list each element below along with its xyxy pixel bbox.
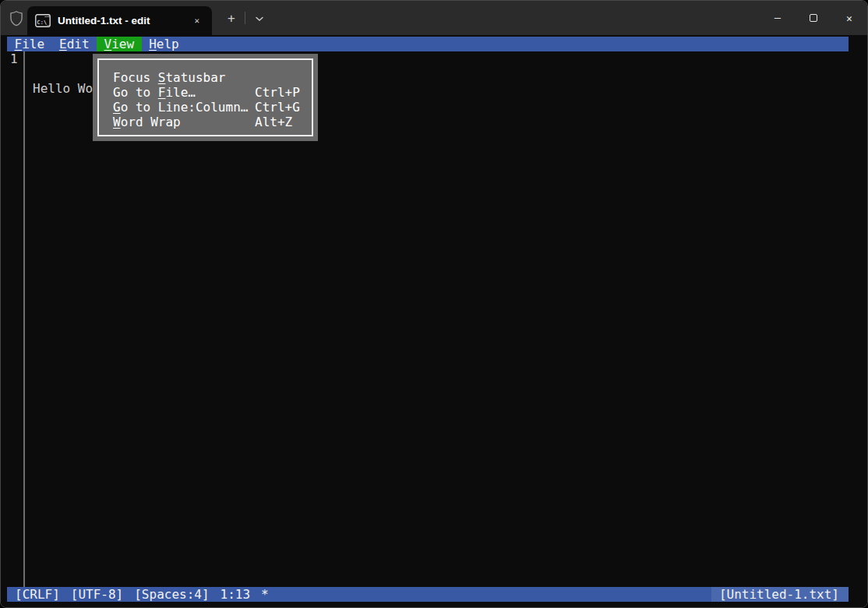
terminal-window: C:\_ Untitled-1.txt - edit ✕ + ─ ✕ File …	[0, 0, 868, 608]
maximize-icon	[810, 14, 817, 22]
close-button[interactable]: ✕	[831, 1, 867, 35]
minimize-button[interactable]: ─	[760, 1, 796, 35]
close-icon: ✕	[846, 12, 852, 24]
admin-shield-icon	[9, 9, 24, 27]
menuitem-focus-statusbar[interactable]: Focus Statusbar	[99, 70, 312, 85]
status-filename[interactable]: [Untitled-1.txt]	[711, 587, 849, 602]
menuitem-shortcut: Ctrl+P	[255, 85, 298, 100]
status-modified-indicator: *	[261, 587, 269, 602]
menuitem-go-to-file[interactable]: Go to File… Ctrl+P	[99, 85, 312, 100]
status-indentation[interactable]: [Spaces:4]	[134, 587, 209, 602]
menuitem-shortcut	[255, 70, 298, 85]
tab-dropdown-button[interactable]	[249, 11, 270, 26]
status-encoding[interactable]: [UTF-8]	[71, 587, 123, 602]
menuitem-shortcut: Alt+Z	[255, 115, 298, 129]
menu-help[interactable]: Help	[142, 37, 187, 51]
terminal-content: File Edit View Help 1 Hello Wo Focus Sta…	[1, 35, 867, 607]
menu-file[interactable]: File	[7, 37, 52, 51]
tab-close-icon[interactable]: ✕	[189, 13, 204, 28]
minimize-icon: ─	[774, 12, 781, 24]
maximize-button[interactable]	[796, 1, 831, 35]
menu-bar: File Edit View Help	[7, 37, 849, 51]
titlebar: C:\_ Untitled-1.txt - edit ✕ + ─ ✕	[1, 1, 867, 35]
view-menu-dropdown: Focus Statusbar Go to File… Ctrl+P Go to…	[93, 54, 318, 141]
svg-text:C:\_: C:\_	[37, 19, 51, 26]
statusbar-spacer	[280, 587, 711, 602]
chevron-down-icon	[255, 12, 264, 24]
tab-title: Untitled-1.txt - edit	[58, 15, 150, 27]
status-line-ending[interactable]: [CRLF]	[15, 587, 60, 602]
editor-body: 1 Hello Wo Focus Statusbar Go to File… C…	[7, 51, 849, 587]
line-number-gutter: 1	[7, 51, 25, 587]
menu-view[interactable]: View	[97, 37, 142, 51]
view-menu-dropdown-frame: Focus Statusbar Go to File… Ctrl+P Go to…	[97, 58, 313, 136]
menuitem-word-wrap[interactable]: Word Wrap Alt+Z	[99, 115, 312, 129]
titlebar-divider	[245, 12, 245, 24]
menuitem-go-to-line-column[interactable]: Go to Line:Column… Ctrl+G	[99, 100, 312, 115]
menu-edit[interactable]: Edit	[52, 37, 97, 51]
status-cursor-position[interactable]: 1:13	[221, 587, 251, 602]
menuitem-shortcut: Ctrl+G	[255, 100, 298, 115]
command-prompt-icon: C:\_	[35, 14, 51, 27]
new-tab-button[interactable]: +	[221, 9, 242, 27]
line-number: 1	[10, 51, 23, 66]
status-bar: [CRLF] [UTF-8] [Spaces:4] 1:13 * [Untitl…	[7, 587, 849, 602]
terminal-tab[interactable]: C:\_ Untitled-1.txt - edit ✕	[27, 6, 212, 35]
